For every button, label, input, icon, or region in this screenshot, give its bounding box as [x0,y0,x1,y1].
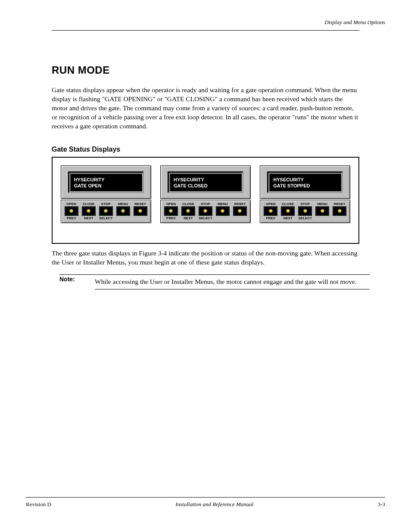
button-led-icon [138,209,142,213]
lcd-frame: HYSECURITY GATE OPEN [68,171,144,193]
button-led-icon [169,209,173,213]
figure-box: HYSECURITY GATE OPEN OPEN CLOSE STOP MEN… [52,157,359,244]
button-led-icon [203,209,207,213]
label-blank [215,216,230,220]
label-blank [232,216,248,220]
button-row [64,207,148,215]
header-section-name: Display and Menu Options [325,19,385,26]
button-area: OPEN CLOSE STOP MENU RESET PREV [260,200,350,223]
label-stop: STOP [98,202,114,206]
label-select: SELECT [198,216,213,220]
reset-button[interactable] [134,207,147,215]
label-reset: RESET [232,202,248,206]
button-top-labels: OPEN CLOSE STOP MENU RESET [263,202,347,206]
label-open: OPEN [163,202,179,206]
button-led-icon [321,209,324,213]
footer-rule [26,497,385,498]
footer-page-number: 3-3 [378,501,385,508]
reset-button[interactable] [333,207,346,215]
lcd-bezel: HYSECURITY GATE CLOSED [160,165,251,199]
label-blank [332,216,347,220]
button-led-icon [221,209,224,213]
stop-button[interactable] [299,207,311,215]
footer-doc-title: Installation and Reference Manual [175,501,253,508]
footer-revision: Revision D [26,501,51,508]
lcd-screen: HYSECURITY GATE OPEN [70,173,142,191]
lcd-bezel: HYSECURITY GATE STOPPED [260,165,350,199]
lcd-line2: GATE OPEN [74,183,139,189]
lcd-bezel: HYSECURITY GATE OPEN [61,165,151,199]
button-led-icon [286,209,290,213]
label-blank [115,216,131,220]
label-next: NEXT [81,216,97,220]
display-panel: HYSECURITY GATE CLOSED OPEN CLOSE STOP M… [158,165,252,223]
reset-button[interactable] [234,207,246,215]
display-panel: HYSECURITY GATE STOPPED OPEN CLOSE STOP … [258,165,352,223]
lcd-line1: HYSECURITY [174,177,238,183]
label-menu: MENU [215,202,230,206]
open-button[interactable] [264,207,277,215]
lcd-screen: HYSECURITY GATE STOPPED [269,173,341,191]
button-bottom-labels: PREV NEXT SELECT [263,216,347,220]
figure-title: Gate Status Displays [52,146,359,153]
button-led-icon [303,209,307,213]
page-footer: Revision D Installation and Reference Ma… [0,497,411,508]
lcd-frame: HYSECURITY GATE CLOSED [168,171,243,193]
label-reset: RESET [332,202,347,206]
label-select: SELECT [297,216,313,220]
label-next: NEXT [181,216,196,220]
label-close: CLOSE [280,202,296,206]
close-button[interactable] [281,207,294,215]
label-prev: PREV [64,216,79,220]
button-led-icon [186,209,190,213]
lcd-line2: GATE STOPPED [273,183,338,189]
label-close: CLOSE [181,202,196,206]
stop-button[interactable] [199,207,212,215]
button-row [263,207,347,215]
label-prev: PREV [163,216,179,220]
open-button[interactable] [65,207,78,215]
content-area: RUN MODE Gate status displays appear whe… [26,31,385,289]
label-menu: MENU [314,202,330,206]
note-label: Note: [59,274,95,283]
button-led-icon [121,209,125,213]
close-button[interactable] [82,207,95,215]
note-rule-top [95,274,370,275]
label-close: CLOSE [81,202,97,206]
intro-paragraph: Gate status displays appear when the ope… [52,86,359,131]
open-button[interactable] [165,207,177,215]
button-led-icon [238,209,242,213]
menu-button[interactable] [216,207,229,215]
lcd-line2: GATE CLOSED [174,183,238,189]
figure-caption: The three gate status displays in Figure… [52,249,359,267]
page: Display and Menu Options RUN MODE Gate s… [0,0,411,532]
label-stop: STOP [297,202,313,206]
button-led-icon [104,209,108,213]
button-bottom-labels: PREV NEXT SELECT [163,216,248,220]
label-menu: MENU [115,202,131,206]
label-prev: PREV [263,216,278,220]
label-blank [133,216,148,220]
label-next: NEXT [280,216,296,220]
lcd-line1: HYSECURITY [74,177,139,183]
button-area: OPEN CLOSE STOP MENU RESET PREV [61,200,151,223]
display-panel: HYSECURITY GATE OPEN OPEN CLOSE STOP MEN… [59,165,153,223]
label-open: OPEN [64,202,79,206]
button-area: OPEN CLOSE STOP MENU RESET PREV [160,200,251,223]
menu-button[interactable] [316,207,329,215]
label-open: OPEN [263,202,278,206]
lcd-screen: HYSECURITY GATE CLOSED [169,173,242,191]
lcd-line1: HYSECURITY [273,177,338,183]
section-title: RUN MODE [52,64,359,76]
button-led-icon [87,209,90,213]
menu-button[interactable] [117,207,130,215]
button-top-labels: OPEN CLOSE STOP MENU RESET [64,202,148,206]
label-stop: STOP [198,202,213,206]
label-blank [314,216,330,220]
button-row [163,207,248,215]
button-bottom-labels: PREV NEXT SELECT [64,216,148,220]
close-button[interactable] [182,207,195,215]
button-top-labels: OPEN CLOSE STOP MENU RESET [163,202,248,206]
stop-button[interactable] [100,207,112,215]
lcd-frame: HYSECURITY GATE STOPPED [267,171,343,193]
